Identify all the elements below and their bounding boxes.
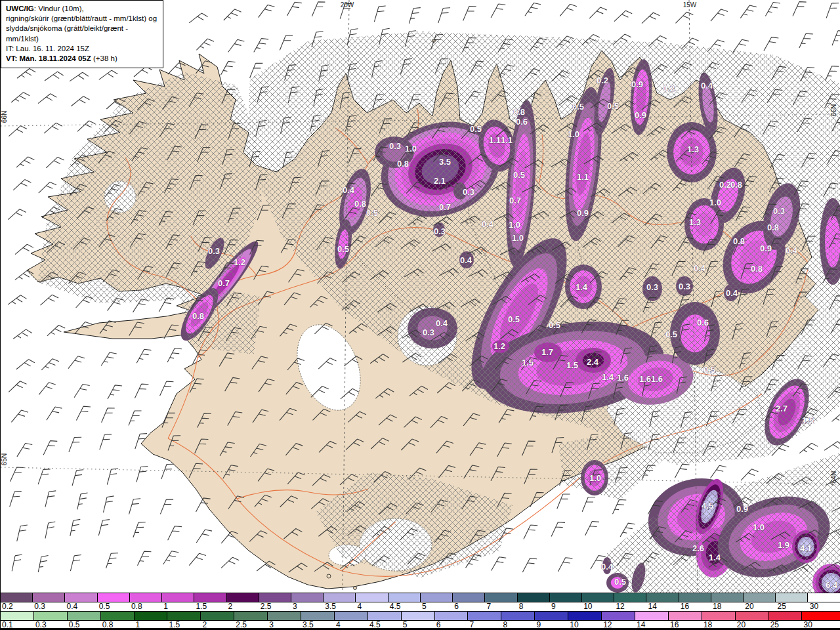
precip-value: 1.0 (709, 198, 721, 207)
wind-barb (41, 357, 59, 375)
colorbar-tick-label: 6 (454, 602, 459, 611)
wind-barb (38, 467, 51, 487)
wind-barb (525, 1, 541, 20)
wind-barb (16, 155, 34, 172)
precip-value: 1.4 (602, 372, 614, 382)
colorbar-segment (368, 612, 402, 620)
colorbar-tick-label: 9 (551, 602, 556, 611)
wind-barb (17, 67, 35, 83)
colorbar-segment (33, 593, 65, 602)
precip-value: 1.1 (489, 135, 501, 145)
precip-value: 0.7 (439, 202, 451, 212)
wind-barb (71, 94, 89, 111)
wind-barb (108, 383, 122, 402)
legend-line-4: IT: Lau. 16. 11. 2024 15Z (6, 44, 158, 54)
colorbar-segment (485, 593, 517, 602)
precip-value: 1.9 (778, 540, 789, 550)
precip-value: 0.9 (577, 208, 589, 218)
precip-value: 0.8 (767, 222, 779, 232)
precip-value: 0.5 (366, 208, 378, 218)
precip-value: 0.3 (423, 327, 434, 337)
colorbar-segment (568, 612, 602, 620)
colorbar-tick-label: 4 (358, 602, 362, 611)
precip-value: 0.7 (218, 278, 230, 288)
precip-value: 1.5 (802, 415, 814, 425)
colorbar-segment (130, 593, 162, 602)
precip-value: 0.3 (434, 226, 446, 236)
precip-value: 1.6 (639, 374, 651, 384)
colorbar-segment (535, 612, 568, 620)
precip-value: 0.5 (665, 329, 677, 339)
colorbar-tick-label: 0.8 (131, 602, 142, 611)
legend-box: UWC/IG: Vindur (10m), rigning/skúrir (gr… (1, 0, 163, 68)
wind-barb (44, 121, 62, 138)
colorbar-tick-label: 0.4 (66, 602, 77, 611)
wind-barb (160, 497, 173, 516)
precip-value: 0.8 (397, 159, 409, 169)
wind-barb (13, 178, 31, 195)
precip-value: 0.8 (354, 199, 366, 209)
precip-value: 0.4 (694, 263, 706, 273)
wind-barb (106, 551, 118, 570)
colorbar-segment (1, 593, 33, 602)
wind-barb (675, 462, 689, 481)
colorbar-rain-block: 0.10.30.50.811.522.533.544.5567891012141… (1, 611, 840, 629)
colorbar-segment (702, 612, 736, 620)
colorbar-segment (301, 612, 335, 620)
wind-barb (832, 28, 840, 48)
wind-barb (558, 555, 572, 574)
precip-value: 1.4 (709, 553, 721, 562)
wind-barb (138, 549, 152, 568)
product-desc: : Vindur (10m), (34, 5, 84, 12)
precip-value: 1.5 (566, 360, 578, 370)
wind-barb (585, 519, 599, 539)
precip-value: 1.6 (617, 373, 629, 383)
colorbar-segment (291, 593, 324, 602)
wind-barb (254, 36, 268, 55)
colorbar-segment (34, 612, 68, 620)
wind-barb (196, 528, 212, 547)
precip-value: 0.9 (635, 110, 646, 120)
lon-label: 15W (683, 1, 697, 9)
colorbar-segment (635, 612, 669, 620)
wind-barb (557, 492, 570, 511)
lon-label: 20W (341, 1, 354, 9)
wind-barb (491, 1, 505, 20)
colorbar-tick-label: 1.5 (196, 602, 207, 611)
colorbar-segment (201, 612, 234, 620)
colorbar-segment (501, 612, 535, 620)
wind-barb (799, 442, 818, 459)
precip-value: 1.0 (405, 144, 417, 154)
wind-barb (522, 556, 537, 575)
colorbar-segment (711, 593, 744, 602)
precip-value: 0.5 (508, 314, 520, 324)
wind-barb (163, 549, 179, 568)
colorbar-tick-label: 8 (519, 602, 524, 611)
wind-barb (167, 346, 182, 365)
wind-barb (832, 410, 840, 427)
precip-value: 1.1 (577, 172, 589, 182)
precip-value: 1.2 (234, 257, 245, 267)
colorbar-segment (744, 593, 776, 602)
precip-value: 1.0 (509, 220, 520, 230)
wind-barb (77, 119, 95, 136)
colorbar-segment (1, 612, 34, 620)
precip-value: 0.9 (736, 504, 748, 514)
precip-value: 0.4 (701, 81, 713, 91)
wind-barb (189, 551, 206, 570)
precip-value: 0.4 (786, 245, 798, 255)
precip-value: 4.5 (702, 501, 713, 511)
wind-barb (8, 207, 26, 224)
precip-value: 2.1 (434, 176, 446, 186)
colorbar-segment (453, 593, 485, 602)
precip-value: 0.2 (597, 75, 608, 85)
precip-value: 1.0 (589, 473, 601, 483)
wind-barb (642, 11, 660, 28)
wind-barb (11, 91, 30, 108)
precip-value: 0.6 (516, 117, 528, 127)
wind-barb (9, 124, 27, 141)
island-dot (327, 574, 331, 578)
colorbar-segment (468, 612, 501, 620)
wind-barb (15, 243, 33, 260)
wind-barb (39, 180, 56, 198)
